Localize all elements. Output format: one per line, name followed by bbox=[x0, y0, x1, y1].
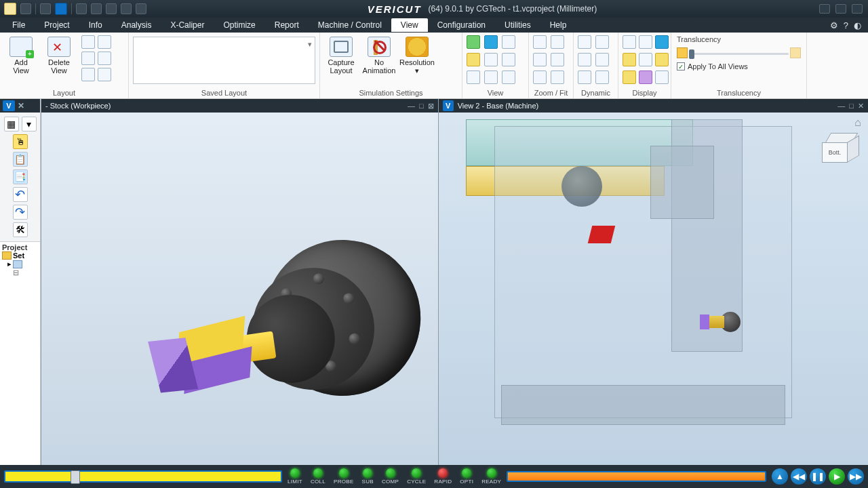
maximize-button[interactable] bbox=[835, 4, 846, 14]
zoom-icon[interactable] bbox=[533, 53, 547, 66]
dyn-icon[interactable] bbox=[595, 70, 609, 84]
slider-knob[interactable] bbox=[689, 49, 694, 59]
menu-info[interactable]: Info bbox=[79, 18, 112, 32]
disp-icon[interactable] bbox=[639, 70, 652, 84]
menu-xcaliper[interactable]: X-Caliper bbox=[161, 18, 214, 32]
viewport-stock[interactable] bbox=[41, 113, 438, 465]
disp-icon[interactable] bbox=[655, 53, 669, 66]
settings-icon[interactable]: ⚙ bbox=[830, 20, 838, 30]
qat-layout2-icon[interactable] bbox=[91, 3, 102, 14]
disp-icon[interactable] bbox=[655, 35, 669, 49]
disp-icon[interactable] bbox=[655, 70, 669, 84]
qat-layout3-icon[interactable] bbox=[106, 3, 117, 14]
layout-preset-icon[interactable] bbox=[98, 52, 111, 65]
view-opt-icon[interactable] bbox=[502, 53, 515, 66]
dyn-icon[interactable] bbox=[578, 35, 591, 49]
qat-layout1-icon[interactable] bbox=[76, 3, 87, 14]
layout-preset-icon[interactable] bbox=[81, 35, 95, 49]
play-button[interactable]: ▶ bbox=[829, 468, 845, 485]
dyn-icon[interactable] bbox=[578, 53, 591, 66]
view-close-icon[interactable]: ✕ bbox=[858, 102, 864, 110]
simulation-progress[interactable] bbox=[507, 471, 766, 482]
disp-icon[interactable] bbox=[623, 70, 636, 84]
delete-view-button[interactable]: ✕ Delete View bbox=[42, 35, 76, 76]
qat-layout4-icon[interactable] bbox=[121, 3, 132, 14]
view-min-icon[interactable]: — bbox=[837, 102, 845, 110]
rewind-button[interactable]: ◀◀ bbox=[791, 468, 807, 485]
menu-help[interactable]: Help bbox=[540, 18, 576, 32]
minimize-button[interactable] bbox=[819, 4, 830, 14]
menu-file[interactable]: File bbox=[3, 18, 35, 32]
home-view-icon[interactable]: ⌂ bbox=[854, 117, 861, 129]
view-opt-icon[interactable] bbox=[484, 53, 498, 66]
capture-layout-button[interactable]: Capture Layout bbox=[324, 35, 358, 76]
step-button[interactable]: ▶▶ bbox=[848, 468, 864, 485]
zoom-icon[interactable] bbox=[551, 35, 564, 49]
options-icon[interactable]: ◐ bbox=[854, 20, 861, 30]
disp-icon[interactable] bbox=[623, 35, 636, 49]
undo-icon[interactable]: ↶ bbox=[13, 187, 28, 202]
speed-slider-knob[interactable] bbox=[71, 470, 80, 484]
layout-preset-icon[interactable] bbox=[81, 68, 95, 81]
view-opt-icon[interactable] bbox=[502, 70, 515, 84]
view-max-icon[interactable]: □ bbox=[419, 102, 424, 110]
view-opt-icon[interactable] bbox=[467, 53, 480, 66]
view-opt-icon[interactable] bbox=[484, 35, 498, 49]
menu-project[interactable]: Project bbox=[35, 18, 79, 32]
redo-icon[interactable]: ↷ bbox=[13, 205, 28, 220]
layout-preset-icon[interactable] bbox=[98, 35, 111, 49]
menu-analysis[interactable]: Analysis bbox=[112, 18, 161, 32]
viewport-machine[interactable]: ⌂ Bott. bbox=[439, 113, 868, 465]
add-view-button[interactable]: + Add View bbox=[4, 35, 38, 76]
layout-preset-icon[interactable] bbox=[81, 52, 95, 65]
qat-open-icon[interactable] bbox=[4, 3, 16, 15]
qat-more-icon[interactable] bbox=[136, 3, 146, 14]
view-min-icon[interactable]: — bbox=[408, 102, 415, 110]
qat-cut-icon[interactable] bbox=[40, 3, 51, 14]
qat-dropdown-icon[interactable] bbox=[20, 3, 31, 14]
stop-button[interactable]: ▲ bbox=[772, 468, 788, 485]
menu-utilities[interactable]: Utilities bbox=[495, 18, 540, 32]
dyn-icon[interactable] bbox=[595, 53, 609, 66]
disp-icon[interactable] bbox=[639, 53, 652, 66]
view-max-icon[interactable]: □ bbox=[849, 102, 854, 110]
layout-preset-icon[interactable] bbox=[98, 68, 111, 81]
orientation-cube[interactable]: Bott. bbox=[822, 133, 860, 165]
qat-info-icon[interactable] bbox=[55, 3, 67, 15]
view-opt-icon[interactable] bbox=[484, 70, 498, 84]
pause-button[interactable]: ❚❚ bbox=[810, 468, 826, 485]
no-animation-button[interactable]: No Animation bbox=[362, 35, 396, 76]
close-button[interactable] bbox=[852, 4, 863, 14]
saved-layout-gallery[interactable] bbox=[133, 37, 315, 84]
speed-slider[interactable] bbox=[4, 470, 282, 483]
menu-report[interactable]: Report bbox=[265, 18, 309, 32]
disp-icon[interactable] bbox=[623, 53, 636, 66]
menu-configuration[interactable]: Configuration bbox=[428, 18, 495, 32]
menu-machine-control[interactable]: Machine / Control bbox=[309, 18, 391, 32]
zoom-icon[interactable] bbox=[551, 53, 564, 66]
resolution-button[interactable]: Resolution▾ bbox=[400, 35, 434, 76]
disp-icon[interactable] bbox=[639, 35, 652, 49]
dyn-icon[interactable] bbox=[578, 70, 591, 84]
tool-dropdown-icon[interactable]: ▾ bbox=[22, 117, 37, 131]
apply-all-views-checkbox[interactable]: ✓ Apply To All Views bbox=[677, 62, 801, 70]
view-close-icon[interactable]: ⊠ bbox=[428, 102, 434, 110]
dock-tab-close-icon[interactable]: ✕ bbox=[18, 101, 24, 110]
zoom-icon[interactable] bbox=[533, 70, 547, 84]
menu-view[interactable]: View bbox=[391, 18, 428, 32]
view-opt-icon[interactable] bbox=[467, 35, 480, 49]
project-tree-item[interactable]: Set bbox=[2, 251, 38, 260]
tool-icon[interactable]: ▦ bbox=[4, 117, 19, 131]
dyn-icon[interactable] bbox=[595, 35, 609, 49]
zoom-icon[interactable] bbox=[533, 35, 547, 49]
help-icon[interactable]: ? bbox=[844, 20, 848, 30]
tool-icon[interactable]: 🛠 bbox=[13, 222, 28, 237]
view-opt-icon[interactable] bbox=[502, 35, 515, 49]
mouse-tool-icon[interactable]: 🖱 bbox=[13, 134, 28, 149]
project-tree-item[interactable]: ⊟ bbox=[2, 268, 38, 277]
dock-tab-vericut[interactable]: V bbox=[3, 100, 15, 111]
zoom-icon[interactable] bbox=[551, 70, 564, 84]
project-tree-item[interactable]: ▸ bbox=[2, 260, 38, 268]
menu-optimize[interactable]: Optimize bbox=[214, 18, 264, 32]
view-opt-icon[interactable] bbox=[467, 70, 480, 84]
